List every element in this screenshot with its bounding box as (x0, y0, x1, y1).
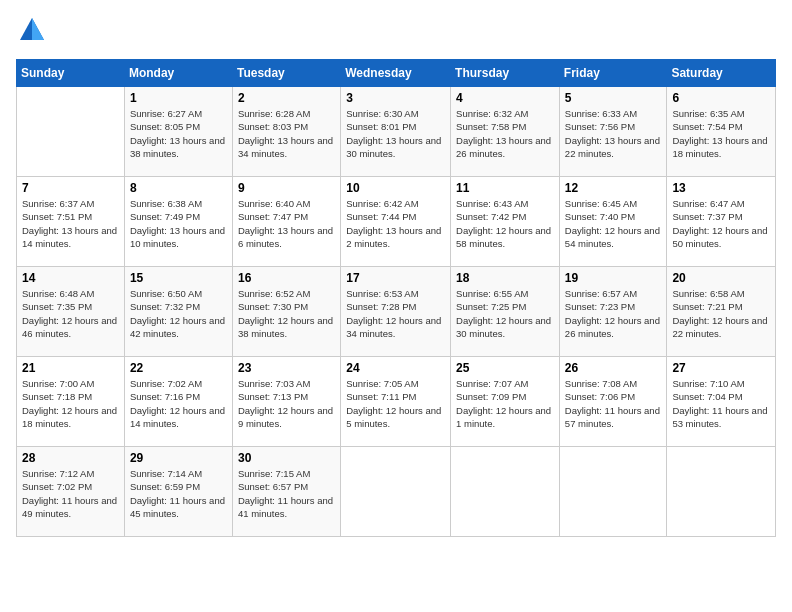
day-number: 26 (565, 361, 662, 375)
header-cell-sunday: Sunday (17, 60, 125, 87)
day-cell: 3Sunrise: 6:30 AMSunset: 8:01 PMDaylight… (341, 87, 451, 177)
day-cell (559, 447, 667, 537)
day-info: Sunrise: 6:52 AMSunset: 7:30 PMDaylight:… (238, 287, 335, 340)
day-number: 1 (130, 91, 227, 105)
day-cell: 27Sunrise: 7:10 AMSunset: 7:04 PMDayligh… (667, 357, 776, 447)
day-cell (341, 447, 451, 537)
day-info: Sunrise: 7:08 AMSunset: 7:06 PMDaylight:… (565, 377, 662, 430)
day-cell: 10Sunrise: 6:42 AMSunset: 7:44 PMDayligh… (341, 177, 451, 267)
day-number: 3 (346, 91, 445, 105)
header-cell-friday: Friday (559, 60, 667, 87)
day-cell: 15Sunrise: 6:50 AMSunset: 7:32 PMDayligh… (124, 267, 232, 357)
calendar-table: SundayMondayTuesdayWednesdayThursdayFrid… (16, 59, 776, 537)
header-cell-saturday: Saturday (667, 60, 776, 87)
header-cell-wednesday: Wednesday (341, 60, 451, 87)
day-info: Sunrise: 7:03 AMSunset: 7:13 PMDaylight:… (238, 377, 335, 430)
day-cell: 21Sunrise: 7:00 AMSunset: 7:18 PMDayligh… (17, 357, 125, 447)
day-info: Sunrise: 7:12 AMSunset: 7:02 PMDaylight:… (22, 467, 119, 520)
day-cell: 2Sunrise: 6:28 AMSunset: 8:03 PMDaylight… (232, 87, 340, 177)
day-info: Sunrise: 6:27 AMSunset: 8:05 PMDaylight:… (130, 107, 227, 160)
day-cell: 28Sunrise: 7:12 AMSunset: 7:02 PMDayligh… (17, 447, 125, 537)
day-number: 14 (22, 271, 119, 285)
week-row: 7Sunrise: 6:37 AMSunset: 7:51 PMDaylight… (17, 177, 776, 267)
day-cell: 6Sunrise: 6:35 AMSunset: 7:54 PMDaylight… (667, 87, 776, 177)
day-cell: 5Sunrise: 6:33 AMSunset: 7:56 PMDaylight… (559, 87, 667, 177)
svg-marker-1 (32, 18, 44, 40)
logo (16, 16, 46, 49)
day-info: Sunrise: 6:38 AMSunset: 7:49 PMDaylight:… (130, 197, 227, 250)
day-number: 22 (130, 361, 227, 375)
day-info: Sunrise: 6:53 AMSunset: 7:28 PMDaylight:… (346, 287, 445, 340)
day-number: 4 (456, 91, 554, 105)
day-number: 9 (238, 181, 335, 195)
day-number: 24 (346, 361, 445, 375)
day-cell: 29Sunrise: 7:14 AMSunset: 6:59 PMDayligh… (124, 447, 232, 537)
day-number: 19 (565, 271, 662, 285)
day-number: 8 (130, 181, 227, 195)
day-cell (451, 447, 560, 537)
day-cell: 17Sunrise: 6:53 AMSunset: 7:28 PMDayligh… (341, 267, 451, 357)
week-row: 1Sunrise: 6:27 AMSunset: 8:05 PMDaylight… (17, 87, 776, 177)
day-number: 21 (22, 361, 119, 375)
day-number: 7 (22, 181, 119, 195)
header-cell-tuesday: Tuesday (232, 60, 340, 87)
day-number: 5 (565, 91, 662, 105)
day-info: Sunrise: 7:02 AMSunset: 7:16 PMDaylight:… (130, 377, 227, 430)
day-info: Sunrise: 6:30 AMSunset: 8:01 PMDaylight:… (346, 107, 445, 160)
day-cell: 16Sunrise: 6:52 AMSunset: 7:30 PMDayligh… (232, 267, 340, 357)
day-cell: 26Sunrise: 7:08 AMSunset: 7:06 PMDayligh… (559, 357, 667, 447)
day-number: 27 (672, 361, 770, 375)
day-number: 15 (130, 271, 227, 285)
day-cell: 4Sunrise: 6:32 AMSunset: 7:58 PMDaylight… (451, 87, 560, 177)
day-cell: 13Sunrise: 6:47 AMSunset: 7:37 PMDayligh… (667, 177, 776, 267)
day-number: 30 (238, 451, 335, 465)
header-cell-thursday: Thursday (451, 60, 560, 87)
day-cell: 22Sunrise: 7:02 AMSunset: 7:16 PMDayligh… (124, 357, 232, 447)
day-number: 29 (130, 451, 227, 465)
day-info: Sunrise: 6:57 AMSunset: 7:23 PMDaylight:… (565, 287, 662, 340)
day-info: Sunrise: 7:05 AMSunset: 7:11 PMDaylight:… (346, 377, 445, 430)
day-cell: 7Sunrise: 6:37 AMSunset: 7:51 PMDaylight… (17, 177, 125, 267)
day-number: 16 (238, 271, 335, 285)
week-row: 14Sunrise: 6:48 AMSunset: 7:35 PMDayligh… (17, 267, 776, 357)
page-header (16, 16, 776, 49)
day-cell (17, 87, 125, 177)
day-cell: 23Sunrise: 7:03 AMSunset: 7:13 PMDayligh… (232, 357, 340, 447)
day-number: 23 (238, 361, 335, 375)
day-cell: 14Sunrise: 6:48 AMSunset: 7:35 PMDayligh… (17, 267, 125, 357)
day-cell: 24Sunrise: 7:05 AMSunset: 7:11 PMDayligh… (341, 357, 451, 447)
day-info: Sunrise: 6:37 AMSunset: 7:51 PMDaylight:… (22, 197, 119, 250)
day-info: Sunrise: 6:48 AMSunset: 7:35 PMDaylight:… (22, 287, 119, 340)
day-info: Sunrise: 6:45 AMSunset: 7:40 PMDaylight:… (565, 197, 662, 250)
day-number: 10 (346, 181, 445, 195)
day-info: Sunrise: 6:42 AMSunset: 7:44 PMDaylight:… (346, 197, 445, 250)
day-number: 13 (672, 181, 770, 195)
day-number: 18 (456, 271, 554, 285)
day-info: Sunrise: 6:40 AMSunset: 7:47 PMDaylight:… (238, 197, 335, 250)
day-cell: 1Sunrise: 6:27 AMSunset: 8:05 PMDaylight… (124, 87, 232, 177)
day-number: 6 (672, 91, 770, 105)
day-info: Sunrise: 6:28 AMSunset: 8:03 PMDaylight:… (238, 107, 335, 160)
day-info: Sunrise: 7:14 AMSunset: 6:59 PMDaylight:… (130, 467, 227, 520)
day-info: Sunrise: 6:50 AMSunset: 7:32 PMDaylight:… (130, 287, 227, 340)
day-number: 2 (238, 91, 335, 105)
day-number: 11 (456, 181, 554, 195)
day-info: Sunrise: 7:07 AMSunset: 7:09 PMDaylight:… (456, 377, 554, 430)
day-cell: 12Sunrise: 6:45 AMSunset: 7:40 PMDayligh… (559, 177, 667, 267)
day-cell: 19Sunrise: 6:57 AMSunset: 7:23 PMDayligh… (559, 267, 667, 357)
day-info: Sunrise: 6:32 AMSunset: 7:58 PMDaylight:… (456, 107, 554, 160)
day-info: Sunrise: 6:35 AMSunset: 7:54 PMDaylight:… (672, 107, 770, 160)
day-cell: 20Sunrise: 6:58 AMSunset: 7:21 PMDayligh… (667, 267, 776, 357)
day-number: 12 (565, 181, 662, 195)
day-cell: 25Sunrise: 7:07 AMSunset: 7:09 PMDayligh… (451, 357, 560, 447)
day-cell: 8Sunrise: 6:38 AMSunset: 7:49 PMDaylight… (124, 177, 232, 267)
day-number: 25 (456, 361, 554, 375)
week-row: 28Sunrise: 7:12 AMSunset: 7:02 PMDayligh… (17, 447, 776, 537)
day-cell: 18Sunrise: 6:55 AMSunset: 7:25 PMDayligh… (451, 267, 560, 357)
day-number: 20 (672, 271, 770, 285)
day-cell: 30Sunrise: 7:15 AMSunset: 6:57 PMDayligh… (232, 447, 340, 537)
day-number: 17 (346, 271, 445, 285)
day-info: Sunrise: 7:00 AMSunset: 7:18 PMDaylight:… (22, 377, 119, 430)
header-cell-monday: Monday (124, 60, 232, 87)
day-info: Sunrise: 6:33 AMSunset: 7:56 PMDaylight:… (565, 107, 662, 160)
